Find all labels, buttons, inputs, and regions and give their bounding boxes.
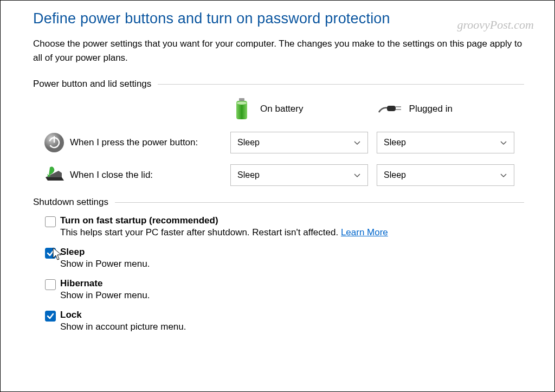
- plug-icon: [376, 101, 406, 117]
- column-label-plugged: Plugged in: [409, 104, 453, 114]
- shutdown-settings-list: Turn on fast startup (recommended) This …: [45, 215, 524, 332]
- shutdown-desc: Show in Power menu.: [60, 290, 150, 301]
- column-headers-row: On battery Plugged in: [41, 97, 524, 121]
- shutdown-desc: This helps start your PC faster after sh…: [60, 227, 388, 238]
- chevron-down-icon: [500, 171, 507, 179]
- checkbox-lock[interactable]: [45, 311, 56, 322]
- column-header-plugged: Plugged in: [376, 97, 524, 121]
- battery-icon: [227, 97, 257, 121]
- checkbox-sleep[interactable]: [45, 248, 56, 259]
- svg-rect-0: [239, 98, 244, 101]
- shutdown-item-hibernate: Hibernate Show in Power menu.: [45, 278, 524, 301]
- row-close-lid: When I close the lid: Sleep Sleep: [41, 164, 524, 186]
- dropdown-value: Sleep: [237, 138, 260, 147]
- svg-point-2: [237, 101, 247, 105]
- shutdown-desc: Show in Power menu.: [60, 259, 150, 269]
- dropdown-close-lid-battery[interactable]: Sleep: [230, 164, 368, 186]
- shutdown-title: Hibernate: [60, 278, 150, 289]
- row-label-power-button: When I press the power button:: [68, 137, 230, 148]
- svg-rect-5: [396, 109, 401, 110]
- divider: [158, 84, 524, 85]
- dropdown-value: Sleep: [237, 170, 260, 180]
- learn-more-link[interactable]: Learn More: [341, 227, 388, 237]
- chevron-down-icon: [353, 139, 361, 146]
- shutdown-title: Lock: [60, 310, 186, 320]
- shutdown-desc: Show in account picture menu.: [60, 322, 186, 332]
- svg-rect-4: [396, 106, 401, 107]
- section-label-shutdown: Shutdown settings: [33, 197, 108, 208]
- power-lid-table: On battery Plugged in: [41, 97, 524, 186]
- row-label-close-lid: When I close the lid:: [68, 170, 230, 181]
- shutdown-item-sleep: Sleep Show in Power menu.: [45, 247, 524, 269]
- close-lid-icon: [41, 165, 68, 185]
- shutdown-title: Turn on fast startup (recommended): [60, 215, 388, 226]
- dropdown-value: Sleep: [384, 138, 406, 147]
- shutdown-desc-text: This helps start your PC faster after sh…: [60, 227, 341, 237]
- dropdown-close-lid-plugged[interactable]: Sleep: [377, 164, 514, 186]
- dropdown-power-button-plugged[interactable]: Sleep: [377, 132, 514, 153]
- shutdown-title: Sleep: [60, 247, 150, 258]
- shutdown-item-fast-startup: Turn on fast startup (recommended) This …: [45, 215, 524, 238]
- column-header-battery: On battery: [227, 97, 375, 121]
- section-header-power-lid: Power button and lid settings: [33, 79, 524, 89]
- dropdown-value: Sleep: [384, 170, 406, 180]
- dropdown-power-button-battery[interactable]: Sleep: [230, 132, 368, 153]
- section-header-shutdown: Shutdown settings: [33, 197, 524, 208]
- chevron-down-icon: [500, 139, 507, 146]
- page-description: Choose the power settings that you want …: [33, 37, 524, 65]
- page-title: Define power buttons and turn on passwor…: [33, 10, 524, 27]
- checkbox-fast-startup[interactable]: [45, 216, 56, 227]
- row-power-button: When I press the power button: Sleep Sle…: [41, 132, 524, 153]
- checkbox-hibernate[interactable]: [45, 279, 56, 290]
- power-button-icon: [41, 132, 68, 153]
- spacer: [41, 97, 227, 121]
- section-label-power-lid: Power button and lid settings: [33, 79, 151, 89]
- column-label-battery: On battery: [260, 104, 303, 114]
- svg-rect-3: [387, 106, 396, 111]
- chevron-down-icon: [353, 171, 361, 179]
- shutdown-item-lock: Lock Show in account picture menu.: [45, 310, 524, 332]
- divider: [115, 202, 524, 203]
